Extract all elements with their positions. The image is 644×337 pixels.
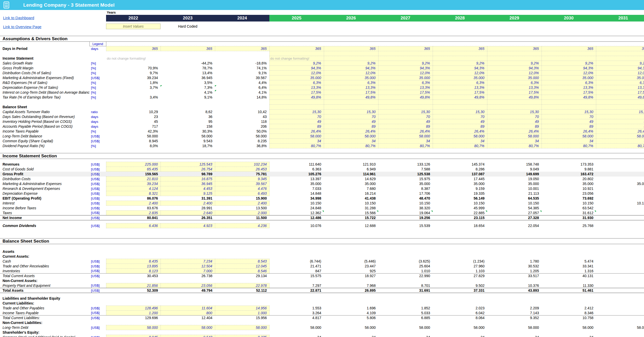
value-cell[interactable]: 10.150 bbox=[433, 201, 487, 206]
value-cell[interactable] bbox=[106, 296, 160, 301]
unit-cell[interactable]: [US$] bbox=[89, 306, 106, 311]
input-cell[interactable]: 365 bbox=[433, 46, 487, 51]
value-cell[interactable]: (3.625) bbox=[378, 259, 433, 264]
value-cell[interactable]: 24.848 bbox=[269, 206, 324, 211]
value-cell[interactable]: 15.722 bbox=[324, 215, 378, 220]
value-cell[interactable]: 8.346 bbox=[542, 311, 596, 316]
value-cell[interactable]: 35.000 bbox=[542, 181, 596, 186]
input-cell[interactable]: 365 bbox=[269, 46, 324, 51]
value-cell[interactable] bbox=[269, 320, 324, 325]
value-cell[interactable]: 12.688 bbox=[324, 223, 378, 228]
value-cell[interactable]: 173.353 bbox=[542, 162, 596, 167]
input-cell[interactable]: 6,3% bbox=[596, 80, 644, 85]
input-cell[interactable]: 89 bbox=[324, 124, 378, 129]
value-cell[interactable]: 27.328 bbox=[487, 215, 542, 220]
value-cell[interactable]: 7.968 bbox=[324, 283, 378, 288]
input-cell[interactable]: do not change formatting! bbox=[269, 56, 324, 61]
value-cell[interactable]: 23.115 bbox=[433, 215, 487, 220]
value-cell[interactable] bbox=[106, 105, 160, 110]
value-cell[interactable]: 39.234 bbox=[106, 75, 160, 80]
value-cell[interactable]: 10.758 bbox=[542, 316, 596, 320]
value-cell[interactable]: 10.150 bbox=[378, 201, 433, 206]
value-cell[interactable]: 35.000 bbox=[487, 181, 542, 186]
row-label-cell[interactable]: Dividend Payout Ratio (%) bbox=[0, 144, 89, 148]
input-cell[interactable]: 49,8% bbox=[433, 95, 487, 100]
input-cell[interactable]: 12,0% bbox=[487, 71, 542, 75]
input-cell[interactable] bbox=[433, 51, 487, 56]
value-cell[interactable]: 45.999 bbox=[433, 206, 487, 211]
value-cell[interactable] bbox=[542, 293, 596, 296]
value-cell[interactable] bbox=[542, 320, 596, 325]
unit-cell[interactable] bbox=[89, 293, 106, 296]
value-cell[interactable]: 30,3% bbox=[160, 129, 215, 134]
unit-cell[interactable]: [%] bbox=[89, 61, 106, 66]
value-cell[interactable] bbox=[160, 159, 215, 162]
value-cell[interactable] bbox=[596, 220, 644, 223]
value-cell[interactable] bbox=[542, 228, 596, 238]
input-cell[interactable]: 36.945 bbox=[160, 181, 215, 186]
value-cell[interactable]: 36.945 bbox=[160, 75, 215, 80]
input-cell[interactable]: 65.435 bbox=[106, 167, 160, 172]
input-cell[interactable] bbox=[433, 56, 487, 61]
value-cell[interactable] bbox=[160, 249, 215, 254]
input-cell[interactable]: 58.000 bbox=[596, 134, 644, 139]
input-cell[interactable]: 39.567 bbox=[215, 181, 269, 186]
value-cell[interactable] bbox=[324, 249, 378, 254]
value-cell[interactable] bbox=[215, 105, 269, 110]
value-cell[interactable]: 39.567 bbox=[215, 75, 269, 80]
input-cell[interactable]: 14.956 bbox=[215, 306, 269, 311]
input-cell[interactable]: 2.400 bbox=[215, 201, 269, 206]
input-cell[interactable] bbox=[324, 56, 378, 61]
value-cell[interactable]: 2.023 bbox=[433, 306, 487, 311]
value-cell[interactable]: 13.500 bbox=[215, 206, 269, 211]
value-cell[interactable] bbox=[160, 51, 215, 56]
input-cell[interactable]: 26.754 bbox=[160, 167, 215, 172]
value-cell[interactable] bbox=[160, 56, 215, 61]
value-cell[interactable]: 9.543 bbox=[160, 139, 215, 144]
input-cell[interactable]: 12,0% bbox=[596, 71, 644, 75]
unit-cell[interactable]: [US$] bbox=[89, 335, 106, 337]
unit-cell[interactable]: [US$] bbox=[89, 181, 106, 186]
value-cell[interactable]: 41.438 bbox=[324, 196, 378, 201]
value-cell[interactable] bbox=[215, 293, 269, 296]
value-cell[interactable]: 11.500 bbox=[215, 215, 269, 220]
input-cell[interactable]: 800 bbox=[160, 311, 215, 316]
value-cell[interactable] bbox=[160, 293, 215, 296]
input-cell[interactable]: 365 bbox=[324, 46, 378, 51]
unit-cell[interactable] bbox=[89, 100, 106, 105]
value-cell[interactable]: 14.629 bbox=[324, 177, 378, 181]
input-cell[interactable]: 23.056 bbox=[160, 283, 215, 288]
row-label-cell[interactable]: Marketing & Administrative Expenses bbox=[0, 181, 89, 186]
year-header-2024[interactable]: 2024 bbox=[215, 15, 269, 21]
value-cell[interactable] bbox=[106, 320, 160, 325]
unit-cell[interactable]: [US$] bbox=[89, 167, 106, 172]
value-cell[interactable]: 10.376 bbox=[487, 283, 542, 288]
input-cell[interactable]: 365 bbox=[160, 46, 215, 51]
input-cell[interactable]: 35.000 bbox=[269, 75, 324, 80]
value-cell[interactable] bbox=[487, 296, 542, 301]
value-cell[interactable]: 30.453 bbox=[106, 274, 160, 278]
value-cell[interactable]: 1.696 bbox=[324, 306, 378, 311]
value-cell[interactable]: 35.000 bbox=[596, 181, 644, 186]
value-cell[interactable] bbox=[487, 254, 542, 259]
row-label-cell[interactable]: Long-Term Debt bbox=[0, 325, 89, 330]
value-cell[interactable] bbox=[596, 335, 644, 337]
input-cell[interactable]: 4.476 bbox=[215, 186, 269, 191]
unit-cell[interactable]: [US$] bbox=[89, 274, 106, 278]
unit-cell[interactable] bbox=[89, 296, 106, 301]
value-cell[interactable]: 3 bbox=[596, 264, 644, 269]
value-cell[interactable] bbox=[215, 159, 269, 162]
value-cell[interactable]: 1 bbox=[596, 283, 644, 288]
value-cell[interactable] bbox=[487, 249, 542, 254]
value-cell[interactable]: 74,1% bbox=[215, 66, 269, 71]
value-cell[interactable] bbox=[324, 254, 378, 259]
value-cell[interactable]: 4,1% bbox=[160, 90, 215, 95]
input-cell[interactable]: 80,7% bbox=[433, 144, 487, 148]
unit-cell[interactable]: days bbox=[89, 119, 106, 124]
input-cell[interactable]: 9,2% bbox=[269, 61, 324, 66]
unit-cell[interactable]: [US$] bbox=[89, 139, 106, 144]
input-cell[interactable]: 94,3% bbox=[596, 66, 644, 71]
input-cell[interactable]: 58.000 bbox=[542, 134, 596, 139]
input-cell[interactable]: 13,3% bbox=[269, 85, 324, 90]
value-cell[interactable] bbox=[596, 278, 644, 283]
